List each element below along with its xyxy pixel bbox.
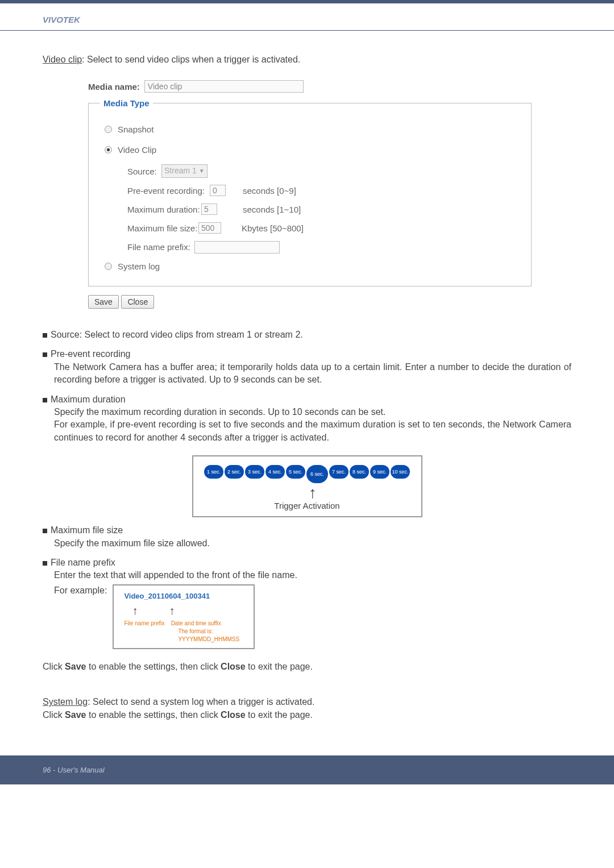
sec-bubble-trigger: 6 sec. xyxy=(306,465,328,483)
prefix-format-label: The format is: YYYYMMDD_HHMMSS xyxy=(178,628,243,643)
bullet-marker-icon xyxy=(43,529,47,533)
bullet-preevent: Pre-event recording The Network Camera h… xyxy=(43,348,571,386)
maxfilesize-row: Maximum file size: Kbytes [50~800] xyxy=(127,222,520,234)
preevent-hint: seconds [0~9] xyxy=(243,185,296,197)
page-content: Video clip: Select to send video clips w… xyxy=(0,53,614,755)
radio-snapshot-label: Snapshot xyxy=(118,123,154,135)
bullet-maxfilesize: Maximum file size Specify the maximum fi… xyxy=(43,524,571,550)
seconds-row: 1 sec. 2 sec. 3 sec. 4 sec. 5 sec. 6 sec… xyxy=(199,465,416,483)
filenameprefix-row: File name prefix: xyxy=(127,241,520,254)
button-row: Save Close xyxy=(88,295,571,309)
sec-bubble: 2 sec. xyxy=(225,465,244,479)
radio-systemlog[interactable]: System log xyxy=(105,260,520,272)
maxfilesize-hint: Kbytes [50~800] xyxy=(242,222,304,234)
radio-icon xyxy=(105,263,112,270)
intro-heading: Video clip xyxy=(43,55,82,64)
radio-systemlog-label: System log xyxy=(118,260,160,272)
source-label: Source: xyxy=(127,165,161,177)
bullet-maxduration-title: Maximum duration xyxy=(51,394,126,404)
maxduration-label: Maximum duration: xyxy=(127,203,201,215)
source-value: Stream 1 xyxy=(164,165,197,177)
timeline-diagram: 1 sec. 2 sec. 3 sec. 4 sec. 5 sec. 6 sec… xyxy=(192,455,422,517)
sc2-text3: to exit the page. xyxy=(246,710,313,720)
maxduration-row: Maximum duration: seconds [1~10] xyxy=(127,203,520,215)
videoclip-subfields: Source: Stream 1 ▼ Pre-event recording: … xyxy=(127,164,520,254)
bullet-maxduration-body2: For example, if pre-event recording is s… xyxy=(54,418,571,444)
media-name-input[interactable] xyxy=(144,80,304,93)
prefix-example-box: Video_20110604_100341 ↑↑ File name prefi… xyxy=(113,584,255,649)
sc-text1: Click xyxy=(43,662,65,671)
save-close-paragraph-2: Click Save to enable the settings, then … xyxy=(43,709,571,721)
sc2-text2: to enable the settings, then click xyxy=(86,710,221,720)
brand-label: VIVOTEK xyxy=(0,3,614,30)
close-button[interactable]: Close xyxy=(121,295,154,309)
sec-bubble: 4 sec. xyxy=(265,465,285,479)
example-label: For example: xyxy=(54,584,107,597)
bullet-marker-icon xyxy=(43,398,47,402)
bullet-source-title: Source: xyxy=(51,330,82,339)
bullet-maxfilesize-body: Specify the maximum file size allowed. xyxy=(54,537,571,550)
media-type-fieldset: Media Type Snapshot Video Clip Source: S… xyxy=(88,97,532,286)
sec-bubble: 3 sec. xyxy=(245,465,264,479)
bullet-fileprefix-title: File name prefix xyxy=(51,558,115,567)
bullet-marker-icon xyxy=(43,561,47,566)
bullet-preevent-title: Pre-event recording xyxy=(51,349,131,359)
footer-page: 96 - User's Manual xyxy=(43,766,105,774)
prefix-filename: Video_20110604_100341 xyxy=(124,591,243,601)
bullet-source-body: Select to record video clips from stream… xyxy=(82,330,303,339)
sec-bubble: 8 sec. xyxy=(350,465,369,479)
sec-bubble: 10 sec. xyxy=(391,465,410,479)
bullet-maxduration-body1: Specify the maximum recording duration i… xyxy=(54,406,571,418)
chevron-down-icon: ▼ xyxy=(199,167,205,175)
systemlog-heading: System log xyxy=(43,697,88,707)
sec-bubble: 9 sec. xyxy=(370,465,389,479)
systemlog-paragraph: System log: Select to send a system log … xyxy=(43,696,571,708)
sc2-close: Close xyxy=(221,710,246,720)
radio-videoclip[interactable]: Video Clip xyxy=(105,144,520,156)
bullet-marker-icon xyxy=(43,352,47,357)
maxduration-hint: seconds [1~10] xyxy=(243,203,301,215)
trigger-caption: Trigger Activation xyxy=(199,500,416,512)
sc-save: Save xyxy=(65,662,86,671)
media-type-legend: Media Type xyxy=(100,97,153,109)
radio-icon-checked xyxy=(105,146,112,153)
bullet-fileprefix-body: Enter the text that will appended to the… xyxy=(54,569,571,582)
bullets: Source: Select to record video clips fro… xyxy=(43,329,571,649)
bullet-maxfilesize-title: Maximum file size xyxy=(51,525,123,535)
sc-text3: to exit the page. xyxy=(246,662,313,671)
maxfilesize-label: Maximum file size: xyxy=(127,222,198,234)
source-select[interactable]: Stream 1 ▼ xyxy=(161,164,208,178)
prefix-fileprefix-label: File name prefix xyxy=(124,620,164,626)
source-row: Source: Stream 1 ▼ xyxy=(127,164,520,178)
media-name-label: Media name: xyxy=(88,81,140,93)
prefix-suffix-label: Date and time suffix xyxy=(171,620,221,626)
sec-bubble: 7 sec. xyxy=(329,465,349,479)
filenameprefix-input[interactable] xyxy=(194,241,280,254)
sc-close: Close xyxy=(221,662,246,671)
bullet-fileprefix: File name prefix Enter the text that wil… xyxy=(43,556,571,649)
intro-text: : Select to send video clips when a trig… xyxy=(82,55,300,64)
save-close-paragraph: Click Save to enable the settings, then … xyxy=(43,661,571,673)
divider xyxy=(0,30,614,31)
media-name-row: Media name: xyxy=(88,80,571,93)
sc-text2: to enable the settings, then click xyxy=(86,662,221,671)
sc2-save: Save xyxy=(65,710,86,720)
maxfilesize-input[interactable] xyxy=(198,222,221,234)
bullet-source: Source: Select to record video clips fro… xyxy=(43,329,571,341)
preevent-label: Pre-event recording: xyxy=(127,185,210,197)
filenameprefix-label: File name prefix: xyxy=(127,241,194,253)
footer-bar: 96 - User's Manual xyxy=(0,755,614,784)
sec-bubble: 1 sec. xyxy=(204,465,223,479)
form-panel: Media name: Media Type Snapshot Video Cl… xyxy=(88,80,571,309)
radio-snapshot[interactable]: Snapshot xyxy=(105,123,520,135)
bullet-maxduration: Maximum duration Specify the maximum rec… xyxy=(43,393,571,445)
preevent-input[interactable] xyxy=(210,185,226,196)
maxduration-input[interactable] xyxy=(201,203,217,215)
save-button[interactable]: Save xyxy=(88,295,119,309)
preevent-row: Pre-event recording: seconds [0~9] xyxy=(127,185,520,197)
intro-paragraph: Video clip: Select to send video clips w… xyxy=(43,53,571,66)
radio-icon xyxy=(105,126,112,133)
prefix-labels: File name prefix Date and time suffix xyxy=(124,620,243,628)
bullet-marker-icon xyxy=(43,333,47,338)
radio-videoclip-label: Video Clip xyxy=(118,144,156,156)
